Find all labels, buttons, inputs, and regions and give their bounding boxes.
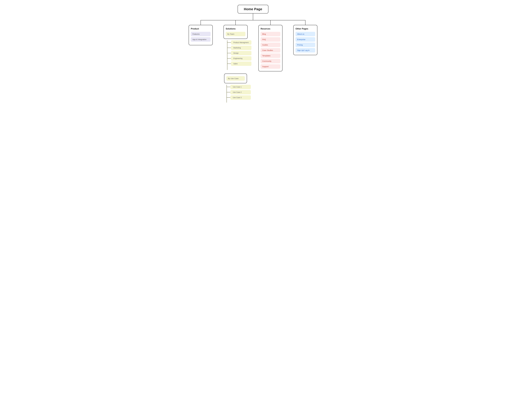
marketing-label: Marketing: [233, 47, 241, 49]
by-use-case-wrapper: By Use Case: [218, 74, 253, 102]
resource-faq[interactable]: FAQ: [260, 37, 280, 42]
main-layout: Home Page: [183, 5, 323, 102]
integration-label: App & Integration: [193, 38, 206, 41]
uc3-label: Use Case 3: [233, 96, 242, 98]
uc1-hline: [227, 87, 230, 87]
root-node: Home Page: [238, 5, 268, 14]
col2-top: [218, 20, 253, 25]
engineering-box[interactable]: Engineering: [231, 56, 252, 61]
sales-box[interactable]: Sales: [231, 61, 252, 66]
resource-blog[interactable]: Blog: [260, 32, 280, 36]
guides-label: Guides: [262, 44, 268, 46]
by-use-case-label: By Use Case: [228, 77, 239, 80]
by-team-children: Product Managment Marketing: [227, 39, 252, 70]
resources-box: Resorces Blog FAQ Guides Case Studies Te…: [258, 25, 282, 71]
other-about[interactable]: About us: [295, 32, 315, 36]
h-line-row: [183, 20, 323, 25]
pm-hline: [227, 42, 231, 43]
product-item-integration[interactable]: App & Integration: [191, 37, 211, 42]
case-studies-label: Case Studies: [262, 49, 273, 51]
col3-vline-top: [270, 20, 271, 25]
pm-box[interactable]: Product Managment: [231, 40, 252, 45]
resource-guides[interactable]: Guides: [260, 43, 280, 47]
by-use-case-tree: Use Case 1 Use Case 2: [223, 84, 248, 102]
solutions-box: Solutions By Team: [224, 25, 248, 39]
by-team-tree: Product Managment Marketing: [222, 39, 249, 70]
support-label: Support: [262, 66, 269, 68]
design-label: Design: [233, 52, 239, 54]
product-box: Product Features App & Integration: [189, 25, 213, 45]
uc2-box[interactable]: Use Case 2: [230, 90, 251, 94]
other-signup[interactable]: Sign Up/ Log in: [295, 48, 315, 53]
solutions-by-team-item[interactable]: By Team: [226, 32, 246, 36]
design-hline: [227, 53, 231, 53]
blog-label: Blog: [262, 33, 266, 35]
uc3-hline: [227, 97, 230, 98]
col-solutions: Solutions By Team: [218, 25, 253, 102]
root-section: Home Page: [183, 5, 323, 20]
resource-templates[interactable]: Templates: [260, 54, 280, 58]
solutions-title: Solutions: [226, 27, 246, 30]
product-item-features[interactable]: Features: [191, 32, 211, 36]
uc2-hline: [227, 92, 230, 92]
uc1-box[interactable]: Use Case 1: [230, 85, 251, 89]
col-product: Product Features App & Integration: [183, 25, 218, 45]
col2-vline-top: [235, 20, 236, 25]
solutions-wrapper: Solutions By Team: [218, 25, 253, 102]
by-use-case-box: By Use Case: [224, 74, 247, 83]
features-label: Features: [193, 33, 200, 35]
use-case-2-row: Use Case 2: [227, 90, 251, 94]
engineering-label: Engineering: [233, 57, 242, 59]
by-team-child-design: Design: [227, 51, 252, 55]
resource-case-studies[interactable]: Case Studies: [260, 48, 280, 53]
enterprise-label: Enterprise: [297, 38, 305, 41]
uc2-label: Use Case 2: [233, 91, 242, 93]
other-pages-title: Other Pages: [295, 27, 315, 30]
pricing-label: Pricing: [297, 44, 303, 46]
by-team-child-pm: Product Managment: [227, 40, 252, 45]
uc3-box[interactable]: Use Case 3: [230, 95, 251, 100]
other-pages-box: Other Pages About us Enterprise Pricing …: [293, 25, 317, 55]
other-enterprise[interactable]: Enterprise: [295, 37, 315, 42]
by-team-child-sales: Sales: [227, 61, 252, 66]
h-bar: [201, 20, 305, 20]
pm-label: Product Managment: [233, 41, 249, 43]
product-title: Product: [191, 27, 211, 30]
other-pricing[interactable]: Pricing: [295, 43, 315, 47]
sales-label: Sales: [233, 63, 238, 65]
uc1-label: Use Case 1: [233, 86, 242, 88]
root-label: Home Page: [244, 7, 262, 11]
community-label: Community: [262, 60, 271, 62]
col4-top: [288, 20, 323, 25]
by-team-label: By Team: [227, 33, 234, 35]
by-use-case-item[interactable]: By Use Case: [226, 76, 245, 81]
resources-title: Resorces: [260, 27, 280, 30]
columns-connector: [183, 20, 323, 25]
page-wrapper: Home Page: [2, 5, 504, 102]
col4-vline-top: [305, 20, 306, 25]
four-columns: Product Features App & Integration Solut…: [183, 25, 323, 102]
marketing-box[interactable]: Marketing: [231, 46, 252, 50]
use-case-1-row: Use Case 1: [227, 85, 251, 89]
by-team-child-engineering: Engineering: [227, 56, 252, 61]
col-resources: Resorces Blog FAQ Guides Case Studies Te…: [253, 25, 288, 71]
resource-support[interactable]: Support: [260, 64, 280, 69]
col1-vline-top: [200, 20, 201, 25]
faq-label: FAQ: [262, 38, 266, 41]
col-other-pages: Other Pages About us Enterprise Pricing …: [288, 25, 323, 55]
engineering-hline: [227, 58, 231, 59]
resource-community[interactable]: Community: [260, 59, 280, 63]
signup-label: Sign Up/ Log in: [297, 49, 310, 51]
by-use-case-children: Use Case 1 Use Case 2: [227, 84, 251, 102]
marketing-hline: [227, 48, 231, 48]
about-label: About us: [297, 33, 304, 35]
by-team-child-marketing: Marketing: [227, 46, 252, 50]
col1-top: [183, 20, 218, 25]
col3-top: [253, 20, 288, 25]
sales-hline: [227, 64, 231, 64]
templates-label: Templates: [262, 55, 270, 57]
use-case-3-row: Use Case 3: [227, 95, 251, 100]
design-box[interactable]: Design: [231, 51, 252, 55]
